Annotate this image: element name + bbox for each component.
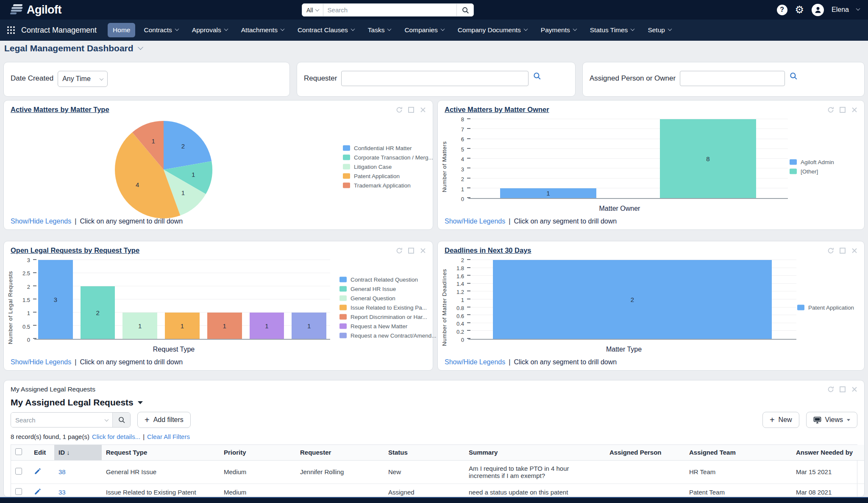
bar-contract-related-question[interactable]: 3 <box>38 260 73 339</box>
column-header-assigned-team[interactable]: Assigned Team <box>685 445 792 460</box>
assigned-person-input[interactable] <box>680 71 785 86</box>
maximize-icon[interactable] <box>839 247 846 254</box>
row-checkbox[interactable] <box>15 468 22 475</box>
bar-report-discrimination-or-har[interactable]: 1 <box>207 313 242 339</box>
column-header-edit[interactable]: Edit <box>30 445 54 460</box>
legend-item-contract-related-question[interactable]: Contract Related Question <box>339 277 437 283</box>
legend-item-other[interactable]: [Other] <box>790 168 857 175</box>
bar-chart[interactable]: Number of Matter Deadlines00.20.40.60.81… <box>441 260 796 355</box>
nav-item-approvals[interactable]: Approvals <box>187 23 233 37</box>
legend-item-patent-application[interactable]: Patent Application <box>343 173 433 179</box>
add-filters-button[interactable]: + Add filters <box>137 412 191 428</box>
apps-grid-icon[interactable] <box>7 26 15 34</box>
nav-item-status-times[interactable]: Status Times <box>585 23 640 37</box>
requester-lookup-icon[interactable] <box>533 72 541 82</box>
legend-item-confidential-hr-matter[interactable]: Confidential HR Matter <box>343 145 433 151</box>
column-header-assigned-person[interactable]: Assigned Person <box>605 445 685 460</box>
nav-item-home[interactable]: Home <box>108 23 135 37</box>
table-search-button[interactable] <box>112 413 130 427</box>
nav-item-contracts[interactable]: Contracts <box>139 23 183 37</box>
column-header-status[interactable]: Status <box>384 445 465 460</box>
search-button[interactable] <box>456 4 473 16</box>
column-header-summary[interactable]: Summary <box>465 445 605 460</box>
column-header-answer-needed-by[interactable]: Answer Needed by <box>792 445 865 460</box>
bar-issue-related-to-existing-pa[interactable]: 1 <box>165 313 200 339</box>
nav-item-companies[interactable]: Companies <box>399 23 449 37</box>
legend-item-corporate-transaction-merg[interactable]: Corporate Transaction / Merg... <box>343 154 433 161</box>
bar-request-a-new-contract-amend[interactable]: 1 <box>292 313 326 339</box>
show-hide-legends-link[interactable]: Show/Hide Legends <box>445 218 505 225</box>
search-input[interactable] <box>323 4 456 16</box>
refresh-icon[interactable] <box>827 106 835 114</box>
help-icon[interactable]: ? <box>777 5 787 15</box>
nav-item-contract-clauses[interactable]: Contract Clauses <box>292 23 359 37</box>
search-scope-select[interactable]: All <box>302 4 323 16</box>
pie-slice-confidential-hr-matter[interactable] <box>164 121 211 170</box>
table-search-input[interactable] <box>11 413 105 427</box>
legend-item-request-a-new-matter[interactable]: Request a New Matter <box>339 323 437 330</box>
column-header-requester[interactable]: Requester <box>296 445 384 460</box>
close-icon[interactable] <box>851 106 858 114</box>
bar-general-hr-issue[interactable]: 2 <box>81 286 115 339</box>
clear-filters-link[interactable]: Clear All Filters <box>147 433 190 440</box>
legend-item-agiloft-admin[interactable]: Agiloft Admin <box>790 159 857 165</box>
legend-item-issue-related-to-existing-pa[interactable]: Issue Related to Existing Pa... <box>339 305 437 311</box>
nav-item-company-documents[interactable]: Company Documents <box>453 23 532 37</box>
show-hide-legends-link[interactable]: Show/Hide Legends <box>11 218 71 225</box>
close-icon[interactable] <box>419 106 427 114</box>
record-id-link[interactable]: 33 <box>58 489 66 496</box>
legend-item-trademark-application[interactable]: Trademark Application <box>343 182 433 189</box>
details-link[interactable]: Click for details... <box>92 433 140 440</box>
legend-item-report-discrimination-or-har[interactable]: Report Discrimination or Har... <box>339 314 437 320</box>
legend-item-general-hr-issue[interactable]: General HR Issue <box>339 286 437 292</box>
maximize-icon[interactable] <box>839 106 846 114</box>
bar-other[interactable]: 8 <box>660 119 756 198</box>
legend-item-request-a-new-contract-amend[interactable]: Request a new Contract/Amend... <box>339 333 437 339</box>
avatar[interactable] <box>812 4 824 16</box>
widget-title[interactable]: Active Matters by Matter Owner <box>445 106 549 114</box>
views-button[interactable]: Views <box>806 412 857 428</box>
nav-item-tasks[interactable]: Tasks <box>363 23 396 37</box>
maximize-icon[interactable] <box>839 386 846 393</box>
bar-patent-application[interactable]: 2 <box>493 260 772 339</box>
refresh-icon[interactable] <box>827 247 835 254</box>
widget-title[interactable]: Active Matters by Matter Type <box>11 106 109 114</box>
widget-title[interactable]: Open Legal Requests by Request Type <box>11 246 139 254</box>
agiloft-logo[interactable]: Agiloft <box>9 3 61 17</box>
bar-general-question[interactable]: 1 <box>122 313 157 339</box>
nav-item-setup[interactable]: Setup <box>643 23 676 37</box>
bar-agiloft-admin[interactable]: 1 <box>500 188 596 198</box>
chevron-down-icon[interactable] <box>105 417 109 422</box>
maximize-icon[interactable] <box>407 106 415 114</box>
pie-chart[interactable]: 21141 <box>7 119 228 214</box>
legend-item-litigation-case[interactable]: Litigation Case <box>343 164 433 170</box>
new-button[interactable]: + New <box>762 412 799 428</box>
row-checkbox[interactable] <box>15 488 22 495</box>
show-hide-legends-link[interactable]: Show/Hide Legends <box>11 358 71 366</box>
close-icon[interactable] <box>851 247 858 254</box>
legend-item-general-question[interactable]: General Question <box>339 295 437 302</box>
edit-icon[interactable] <box>34 468 41 475</box>
close-icon[interactable] <box>419 247 427 254</box>
user-name[interactable]: Elena <box>832 6 849 14</box>
show-hide-legends-link[interactable]: Show/Hide Legends <box>445 358 505 366</box>
column-header-priority[interactable]: Priority <box>220 445 296 460</box>
assigned-person-lookup-icon[interactable] <box>789 72 798 82</box>
bar-chart[interactable]: Number of Matters01234567818Matter Owner <box>441 119 788 214</box>
select-all-checkbox[interactable] <box>15 448 22 455</box>
gear-icon[interactable]: ⚙ <box>795 5 804 15</box>
table-menu-caret-icon[interactable] <box>138 401 143 404</box>
nav-item-payments[interactable]: Payments <box>536 23 581 37</box>
refresh-icon[interactable] <box>827 386 835 393</box>
maximize-icon[interactable] <box>407 247 415 254</box>
user-menu-chevron-icon[interactable] <box>856 6 860 11</box>
bar-request-a-new-matter[interactable]: 1 <box>250 313 284 339</box>
dashboard-chevron-icon[interactable] <box>138 44 143 50</box>
legend-item-patent-application[interactable]: Patent Application <box>797 305 860 311</box>
column-header-request-type[interactable]: Request Type <box>102 445 220 460</box>
requester-input[interactable] <box>341 71 529 86</box>
column-header-id[interactable]: ID ↓ <box>54 445 102 460</box>
record-id-link[interactable]: 38 <box>58 468 66 475</box>
refresh-icon[interactable] <box>395 106 403 114</box>
date-created-select[interactable]: Any Time <box>58 71 108 87</box>
